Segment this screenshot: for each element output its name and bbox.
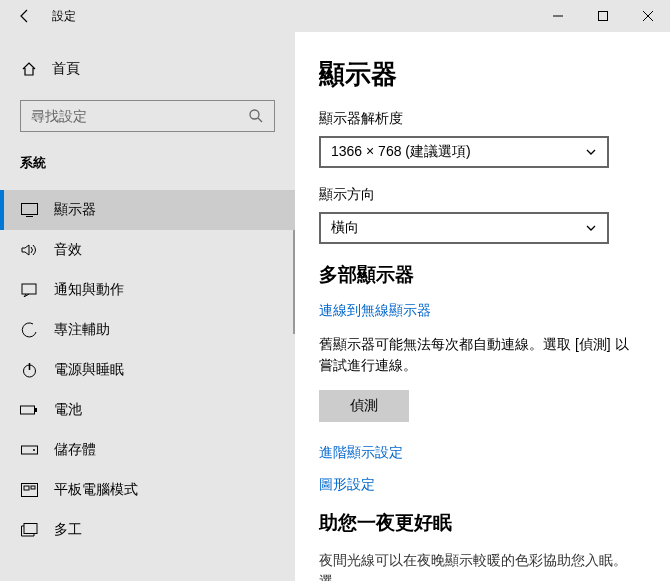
- sidebar-item-display[interactable]: 顯示器: [0, 190, 295, 230]
- sidebar-item-label: 通知與動作: [54, 281, 124, 299]
- sidebar-item-label: 電源與睡眠: [54, 361, 124, 379]
- sidebar-item-label: 多工: [54, 521, 82, 539]
- sidebar-item-focus[interactable]: 專注輔助: [0, 310, 295, 350]
- back-button[interactable]: [10, 1, 40, 31]
- minimize-button[interactable]: [535, 0, 580, 32]
- sidebar-item-tablet[interactable]: 平板電腦模式: [0, 470, 295, 510]
- orientation-dropdown[interactable]: 橫向: [319, 212, 609, 244]
- svg-rect-8: [22, 284, 36, 294]
- resolution-dropdown[interactable]: 1366 × 768 (建議選項): [319, 136, 609, 168]
- multi-display-heading: 多部顯示器: [319, 262, 640, 288]
- wireless-display-link[interactable]: 連線到無線顯示器: [319, 302, 640, 320]
- sidebar-item-multitask[interactable]: 多工: [0, 510, 295, 550]
- category-header: 系統: [0, 154, 295, 172]
- graphics-settings-link[interactable]: 圖形設定: [319, 476, 640, 494]
- home-icon: [20, 61, 38, 77]
- page-title: 顯示器: [319, 57, 640, 92]
- night-light-description: 夜間光線可以在夜晚顯示較暖的色彩協助您入眠。選: [319, 550, 640, 581]
- home-label: 首頁: [52, 60, 80, 78]
- sidebar-item-label: 音效: [54, 241, 82, 259]
- orientation-value: 橫向: [331, 219, 585, 237]
- maximize-icon: [598, 11, 608, 21]
- focus-icon: [20, 322, 38, 339]
- resolution-value: 1366 × 768 (建議選項): [331, 143, 585, 161]
- minimize-icon: [553, 11, 563, 21]
- sidebar-item-storage[interactable]: 儲存體: [0, 430, 295, 470]
- chevron-down-icon: [585, 222, 597, 234]
- chevron-down-icon: [585, 146, 597, 158]
- sidebar-item-label: 平板電腦模式: [54, 481, 138, 499]
- detect-button[interactable]: 偵測: [319, 390, 409, 422]
- notifications-icon: [20, 283, 38, 297]
- svg-rect-12: [35, 408, 37, 412]
- svg-rect-6: [21, 204, 37, 215]
- search-input-container[interactable]: [20, 100, 275, 132]
- svg-rect-17: [31, 486, 35, 489]
- maximize-button[interactable]: [580, 0, 625, 32]
- display-icon: [20, 203, 38, 217]
- svg-rect-13: [21, 446, 37, 454]
- close-button[interactable]: [625, 0, 670, 32]
- sidebar-item-label: 電池: [54, 401, 82, 419]
- titlebar: 設定: [0, 0, 670, 32]
- search-icon: [248, 108, 264, 124]
- sidebar-item-sound[interactable]: 音效: [0, 230, 295, 270]
- sidebar-item-power[interactable]: 電源與睡眠: [0, 350, 295, 390]
- close-icon: [643, 11, 653, 21]
- sidebar-item-notifications[interactable]: 通知與動作: [0, 270, 295, 310]
- search-input[interactable]: [31, 108, 248, 124]
- sidebar: 首頁 系統 顯示器 音效 通知與動作: [0, 32, 295, 581]
- window-title: 設定: [52, 8, 76, 25]
- svg-rect-18: [24, 524, 37, 534]
- storage-icon: [20, 444, 38, 456]
- sidebar-item-label: 顯示器: [54, 201, 96, 219]
- arrow-left-icon: [17, 8, 33, 24]
- battery-icon: [20, 404, 38, 416]
- detect-description: 舊顯示器可能無法每次都自動連線。選取 [偵測] 以嘗試進行連線。: [319, 334, 640, 376]
- orientation-label: 顯示方向: [319, 186, 640, 204]
- home-link[interactable]: 首頁: [0, 52, 295, 86]
- night-light-heading: 助您一夜更好眠: [319, 510, 640, 536]
- svg-point-14: [33, 449, 35, 451]
- tablet-icon: [20, 483, 38, 497]
- svg-point-4: [250, 110, 259, 119]
- multitask-icon: [20, 523, 38, 537]
- svg-rect-1: [598, 12, 607, 21]
- svg-rect-16: [24, 486, 29, 490]
- svg-rect-11: [21, 406, 35, 414]
- sidebar-item-label: 專注輔助: [54, 321, 110, 339]
- resolution-label: 顯示器解析度: [319, 110, 640, 128]
- svg-line-5: [258, 118, 262, 122]
- sidebar-item-label: 儲存體: [54, 441, 96, 459]
- sidebar-item-battery[interactable]: 電池: [0, 390, 295, 430]
- advanced-display-link[interactable]: 進階顯示設定: [319, 444, 640, 462]
- sound-icon: [20, 243, 38, 257]
- power-icon: [20, 362, 38, 379]
- content-pane: 顯示器 顯示器解析度 1366 × 768 (建議選項) 顯示方向 橫向 多部顯…: [295, 32, 670, 581]
